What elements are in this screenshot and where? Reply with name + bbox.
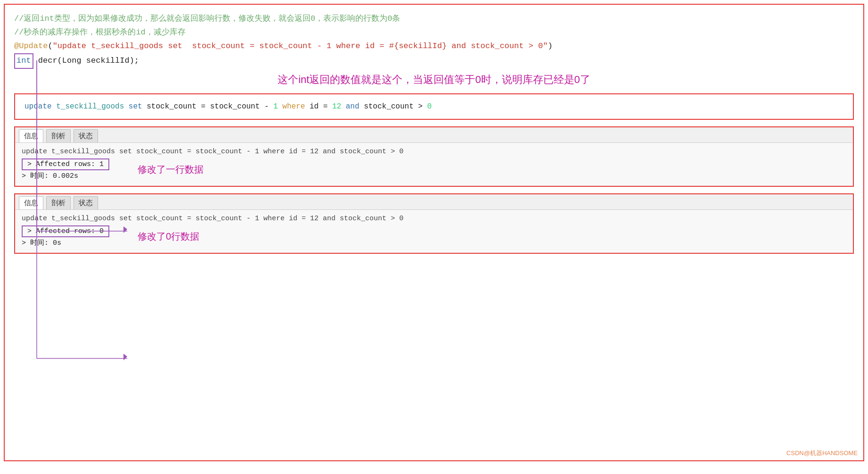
- tab-status-2[interactable]: 状态: [74, 196, 98, 209]
- label-modified-zero-rows: 修改了0行数据: [138, 230, 199, 243]
- watermark: CSDN@机器HANDSOME: [786, 449, 858, 457]
- sql-and-kw: and: [346, 102, 364, 111]
- sql-number-1: 1: [273, 102, 282, 111]
- tab-analyze-2[interactable]: 剖析: [46, 196, 71, 209]
- sql-update-kw: update: [25, 102, 56, 111]
- annotation-string: "update t_seckill_goods set stock_count …: [53, 42, 548, 50]
- annotation-line: @Update("update t_seckill_goods set stoc…: [14, 40, 854, 53]
- result-time-1: > 时间: 0.002s: [22, 171, 109, 180]
- label-modified-one-row: 修改了一行数据: [138, 163, 204, 176]
- result-box-1: 信息 剖析 状态 update t_seckill_goods set stoc…: [14, 126, 854, 187]
- result-query-1: update t_seckill_goods set stock_count =…: [22, 148, 846, 156]
- sql-display-box: update t_seckill_goods set stock_count =…: [14, 93, 854, 120]
- sql-where-kw: where: [282, 102, 310, 111]
- sql-table: t_seckill_goods: [56, 102, 129, 111]
- result-tabs-2: 信息 剖析 状态: [15, 194, 853, 210]
- annotation-paren-close: ): [548, 42, 552, 50]
- main-container: //返回int类型，因为如果修改成功，那么就会返回影响行数，修改失败，就会返回0…: [4, 4, 864, 461]
- sql-set-kw: set: [129, 102, 147, 111]
- result-body-2: update t_seckill_goods set stock_count =…: [15, 210, 853, 253]
- result-query-2: update t_seckill_goods set stock_count =…: [22, 215, 846, 223]
- result-tabs-1: 信息 剖析 状态: [15, 127, 853, 143]
- annotation-paren-open: (: [48, 42, 52, 50]
- sql-set-expr: stock_count = stock_count -: [147, 102, 273, 111]
- comment-line-1: //返回int类型，因为如果修改成功，那么就会返回影响行数，修改失败，就会返回0…: [14, 12, 854, 26]
- int-keyword: int: [16, 56, 31, 65]
- sql-number-0: 0: [427, 102, 432, 111]
- svg-marker-5: [123, 354, 127, 360]
- tab-info-2[interactable]: 信息: [19, 196, 43, 209]
- sql-number-12: 12: [332, 102, 346, 111]
- result-time-2: > 时间: 0s: [22, 238, 109, 247]
- sql-stock-expr: stock_count >: [364, 102, 427, 111]
- chinese-label-1: 这个int返回的数值就是这个，当返回值等于0时，说明库存已经是0了: [14, 73, 854, 87]
- update-annotation: @Update: [14, 42, 48, 50]
- tab-info-1[interactable]: 信息: [19, 129, 43, 142]
- affected-rows-2: > Affected rows: 0: [22, 225, 109, 237]
- result-body-1: update t_seckill_goods set stock_count =…: [15, 143, 853, 186]
- result-box-2: 信息 剖析 状态 update t_seckill_goods set stoc…: [14, 193, 854, 254]
- comment-line-2: //秒杀的减库存操作，根据秒杀的id，减少库存: [14, 26, 854, 40]
- tab-status-1[interactable]: 状态: [74, 129, 98, 142]
- int-decr-line: int decr(Long seckillId);: [14, 53, 854, 69]
- int-keyword-box: int: [14, 53, 33, 69]
- decr-method: decr(Long seckillId);: [38, 56, 139, 65]
- tab-analyze-1[interactable]: 剖析: [46, 129, 71, 142]
- affected-rows-1: > Affected rows: 1: [22, 158, 109, 170]
- sql-id-expr: id =: [310, 102, 332, 111]
